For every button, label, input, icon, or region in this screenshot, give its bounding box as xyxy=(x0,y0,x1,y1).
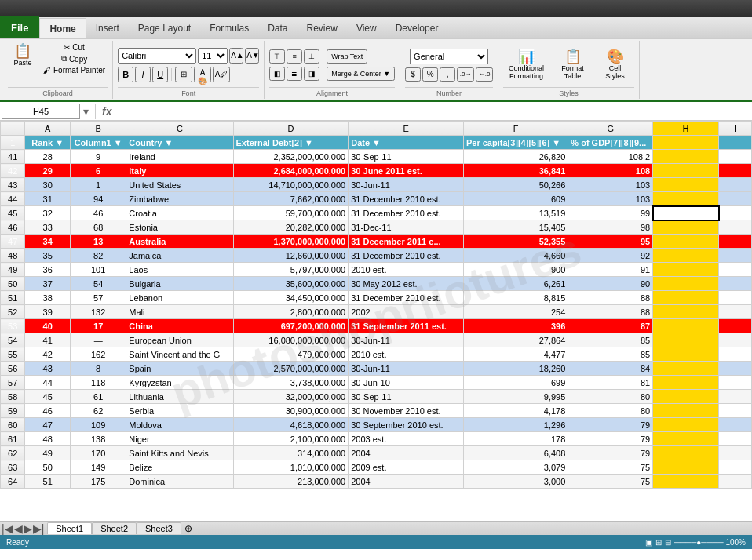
cell-49-col0[interactable]: 36 xyxy=(25,263,71,277)
cell-45-col2[interactable]: Croatia xyxy=(126,206,233,220)
cell-45-col7[interactable] xyxy=(653,206,719,220)
sheet-tab-insert[interactable]: ⊕ xyxy=(184,523,192,534)
cell-44-col3[interactable]: 7,662,000,000 xyxy=(233,192,349,206)
cell-55-col3[interactable]: 479,000,000 xyxy=(233,347,349,362)
cell-61-col1[interactable]: 138 xyxy=(71,432,126,446)
cell-55-col4[interactable]: 2010 est. xyxy=(349,347,464,362)
cell-51-col0[interactable]: 38 xyxy=(25,291,71,305)
cell-43-col3[interactable]: 14,710,000,000,000 xyxy=(233,178,349,192)
cell-49-col2[interactable]: Laos xyxy=(126,263,233,277)
cell-50-col7[interactable] xyxy=(653,277,719,291)
cell-52-col2[interactable]: Mali xyxy=(126,305,233,319)
cell-54-col2[interactable]: European Union xyxy=(126,333,233,347)
cell-51-I[interactable] xyxy=(719,291,752,305)
cell-56-col7[interactable] xyxy=(653,362,719,376)
col-header-F[interactable]: F xyxy=(463,122,568,136)
cell-41-col4[interactable]: 30-Sep-11 xyxy=(349,150,464,164)
cell-56-col6[interactable]: 84 xyxy=(568,362,653,376)
cell-63-col4[interactable]: 2009 est. xyxy=(349,460,464,475)
cell-41-col7[interactable] xyxy=(653,150,719,164)
cell-48-col7[interactable] xyxy=(653,249,719,263)
sheet-nav-next[interactable]: ▶ xyxy=(24,522,32,535)
cell-46-col4[interactable]: 31-Dec-11 xyxy=(349,220,464,235)
cell-45-col0[interactable]: 32 xyxy=(25,206,71,220)
cell-51-col7[interactable] xyxy=(653,291,719,305)
cell-53-col3[interactable]: 697,200,000,000 xyxy=(233,319,349,333)
cell-57-col3[interactable]: 3,738,000,000 xyxy=(233,376,349,390)
cell-63-col5[interactable]: 3,079 xyxy=(463,460,568,475)
cell-58-col2[interactable]: Lithuania xyxy=(126,390,233,404)
cell-50-col2[interactable]: Bulgaria xyxy=(126,277,233,291)
copy-button[interactable]: ⧉ Copy xyxy=(41,53,108,64)
cell-54-col4[interactable]: 30-Jun-11 xyxy=(349,333,464,347)
cell-64-col2[interactable]: Dominica xyxy=(126,475,233,489)
cell-50-col3[interactable]: 35,600,000,000 xyxy=(233,277,349,291)
cell-45-col6[interactable]: 99 xyxy=(568,206,653,220)
zoom-slider[interactable]: ────●──── 100% xyxy=(674,538,746,547)
cell-42-col4[interactable]: 30 June 2011 est. xyxy=(349,164,464,178)
comma-button[interactable]: , xyxy=(440,67,455,82)
cell-52-col5[interactable]: 254 xyxy=(463,305,568,319)
cell-58-col3[interactable]: 32,000,000,000 xyxy=(233,390,349,404)
cell-47-col6[interactable]: 95 xyxy=(568,235,653,249)
cell-60-col2[interactable]: Moldova xyxy=(126,418,233,432)
tab-review[interactable]: Review xyxy=(298,18,347,38)
cell-57-col2[interactable]: Kyrgyzstan xyxy=(126,376,233,390)
cell-44-col5[interactable]: 609 xyxy=(463,192,568,206)
cell-43-col2[interactable]: United States xyxy=(126,178,233,192)
cell-1-C[interactable]: Country ▼ xyxy=(126,136,233,150)
cell-54-col5[interactable]: 27,864 xyxy=(463,333,568,347)
fill-color-button[interactable]: A🎨 xyxy=(194,67,211,82)
cell-60-col3[interactable]: 4,618,000,000 xyxy=(233,418,349,432)
cell-62-col5[interactable]: 6,408 xyxy=(463,446,568,460)
cell-53-col4[interactable]: 31 September 2011 est. xyxy=(349,319,464,333)
cell-42-col6[interactable]: 108 xyxy=(568,164,653,178)
cell-64-col5[interactable]: 3,000 xyxy=(463,475,568,489)
col-header-D[interactable]: D xyxy=(233,122,349,136)
dec-decrease-button[interactable]: ←.0 xyxy=(476,67,493,82)
cell-56-col2[interactable]: Spain xyxy=(126,362,233,376)
cell-43-col4[interactable]: 30-Jun-11 xyxy=(349,178,464,192)
cell-53-col5[interactable]: 396 xyxy=(463,319,568,333)
sheet-nav-first[interactable]: |◀ xyxy=(2,522,13,535)
cell-49-col6[interactable]: 91 xyxy=(568,263,653,277)
cell-53-col6[interactable]: 87 xyxy=(568,319,653,333)
cell-41-col1[interactable]: 9 xyxy=(71,150,126,164)
cell-52-col6[interactable]: 88 xyxy=(568,305,653,319)
sheet-tab-1[interactable]: Sheet1 xyxy=(47,522,92,534)
cell-58-col7[interactable] xyxy=(653,390,719,404)
cell-48-col4[interactable]: 31 December 2010 est. xyxy=(349,249,464,263)
format-as-table-button[interactable]: 📋 Format Table xyxy=(551,48,594,82)
cell-54-I[interactable] xyxy=(719,333,752,347)
merge-center-button[interactable]: Merge & Center ▼ xyxy=(327,67,395,81)
cell-1-G[interactable]: % of GDP[7][8][9... xyxy=(568,136,653,150)
format-painter-button[interactable]: 🖌 Format Painter xyxy=(41,65,108,75)
cell-1-E[interactable]: Date ▼ xyxy=(349,136,464,150)
cell-42-col1[interactable]: 6 xyxy=(71,164,126,178)
cell-63-col7[interactable] xyxy=(653,460,719,475)
cell-60-col1[interactable]: 109 xyxy=(71,418,126,432)
cell-56-I[interactable] xyxy=(719,362,752,376)
tab-home[interactable]: Home xyxy=(39,18,86,38)
cell-61-col0[interactable]: 48 xyxy=(25,432,71,446)
cell-51-col6[interactable]: 88 xyxy=(568,291,653,305)
cell-55-I[interactable] xyxy=(719,347,752,362)
cell-50-col4[interactable]: 30 May 2012 est. xyxy=(349,277,464,291)
cell-54-col0[interactable]: 41 xyxy=(25,333,71,347)
cell-52-col4[interactable]: 2002 xyxy=(349,305,464,319)
cell-59-col0[interactable]: 46 xyxy=(25,404,71,418)
cell-47-col2[interactable]: Australia xyxy=(126,235,233,249)
cell-47-col1[interactable]: 13 xyxy=(71,235,126,249)
col-header-C[interactable]: C xyxy=(126,122,233,136)
cell-45-col1[interactable]: 46 xyxy=(71,206,126,220)
cell-64-col7[interactable] xyxy=(653,475,719,489)
cell-55-col2[interactable]: Saint Vincent and the G xyxy=(126,347,233,362)
cell-53-col2[interactable]: China xyxy=(126,319,233,333)
cell-55-col6[interactable]: 85 xyxy=(568,347,653,362)
cell-42-col7[interactable] xyxy=(653,164,719,178)
cell-51-col3[interactable]: 34,450,000,000 xyxy=(233,291,349,305)
cell-53-I[interactable] xyxy=(719,319,752,333)
cell-50-I[interactable] xyxy=(719,277,752,291)
borders-button[interactable]: ⊞ xyxy=(175,67,192,82)
cell-62-col1[interactable]: 170 xyxy=(71,446,126,460)
